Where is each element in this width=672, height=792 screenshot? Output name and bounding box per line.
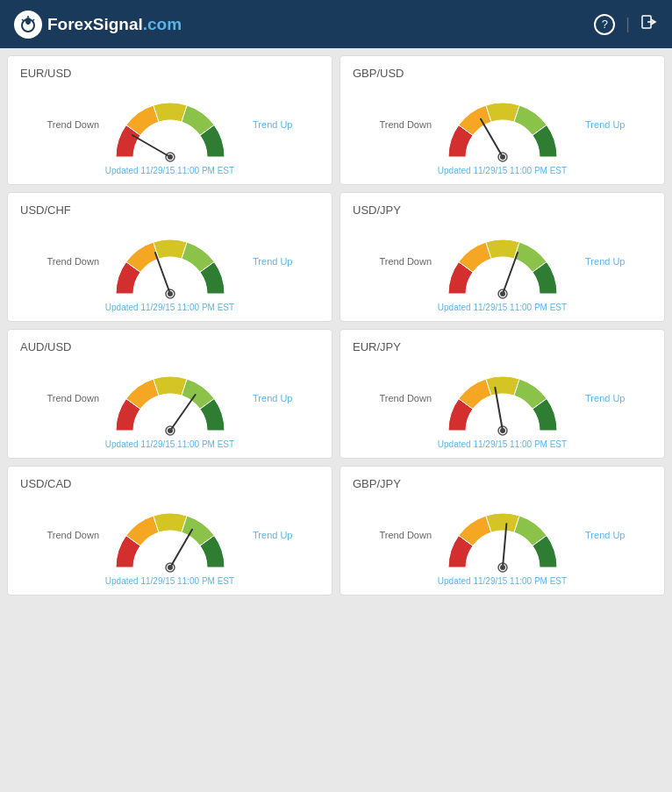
gauge-container-gbp-usd: Trend Down Trend Up [353, 85, 652, 164]
svg-point-18 [500, 291, 505, 296]
gauge-svg-usd-jpy [433, 222, 573, 301]
card-eur-jpy: EUR/JPY Trend Down Trend Up Updated 11/2… [340, 329, 665, 459]
card-title-usd-chf: USD/CHF [20, 203, 319, 217]
update-text-eur-jpy: Updated 11/29/15 11:00 PM EST [353, 439, 652, 449]
card-title-usd-jpy: USD/JPY [353, 203, 652, 217]
svg-point-27 [168, 565, 173, 570]
svg-point-21 [168, 428, 173, 433]
gauge-svg-usd-cad [100, 496, 240, 574]
trend-down-label-aud-usd: Trend Down [47, 393, 100, 403]
update-text-eur-usd: Updated 11/29/15 11:00 PM EST [20, 166, 319, 175]
svg-point-30 [500, 565, 505, 570]
gauge-container-usd-chf: Trend Down Trend Up [20, 222, 319, 301]
header-divider: | [626, 15, 630, 33]
svg-line-3 [32, 19, 34, 21]
trend-down-label-usd-cad: Trend Down [47, 530, 100, 540]
svg-line-26 [170, 530, 192, 567]
trend-up-label-eur-jpy: Trend Up [573, 393, 626, 403]
trend-up-label-usd-chf: Trend Up [240, 256, 293, 267]
svg-point-24 [500, 428, 505, 433]
svg-point-9 [168, 154, 173, 160]
trend-down-label-gbp-jpy: Trend Down [380, 530, 433, 540]
gauge-svg-aud-usd [100, 359, 240, 438]
card-usd-jpy: USD/JPY Trend Down Trend Up Updated 11/2… [340, 192, 665, 322]
svg-line-11 [481, 119, 503, 157]
gauge-svg-eur-usd [100, 85, 240, 164]
gauge-container-aud-usd: Trend Down Trend Up [20, 359, 319, 438]
trend-up-label-aud-usd: Trend Up [240, 393, 293, 403]
card-aud-usd: AUD/USD Trend Down Trend Up Updated 11/2… [7, 329, 332, 459]
gauge-container-usd-jpy: Trend Down Trend Up [353, 222, 652, 301]
logo: ForexSignal.com [14, 11, 182, 39]
gauge-svg-eur-jpy [433, 359, 573, 438]
card-title-gbp-jpy: GBP/JPY [353, 477, 652, 490]
svg-point-12 [500, 154, 505, 160]
card-eur-usd: EUR/USD Trend Down Trend Up Updated 11/2… [7, 55, 332, 185]
svg-line-20 [170, 395, 196, 431]
logout-icon[interactable] [640, 13, 658, 35]
gauge-container-usd-cad: Trend Down Trend Up [20, 496, 319, 574]
trend-down-label-eur-jpy: Trend Down [380, 393, 433, 403]
logo-text: ForexSignal.com [47, 15, 182, 34]
update-text-usd-chf: Updated 11/29/15 11:00 PM EST [20, 303, 319, 312]
header-left: ForexSignal.com [14, 11, 196, 39]
logo-icon [14, 11, 42, 39]
trend-up-label-gbp-jpy: Trend Up [573, 530, 626, 540]
svg-line-14 [154, 253, 169, 294]
gauge-container-gbp-jpy: Trend Down Trend Up [353, 496, 652, 574]
card-gbp-jpy: GBP/JPY Trend Down Trend Up Updated 11/2… [340, 466, 665, 596]
card-title-aud-usd: AUD/USD [20, 340, 319, 353]
svg-line-2 [22, 19, 24, 21]
trend-down-label-usd-jpy: Trend Down [380, 256, 433, 267]
gauge-svg-usd-chf [100, 222, 240, 301]
trend-up-label-usd-jpy: Trend Up [573, 256, 626, 267]
card-title-eur-usd: EUR/USD [20, 67, 319, 80]
trend-up-label-usd-cad: Trend Up [240, 530, 293, 540]
card-usd-chf: USD/CHF Trend Down Trend Up Updated 11/2… [7, 192, 332, 322]
trend-down-label-eur-usd: Trend Down [47, 119, 100, 130]
svg-point-15 [168, 291, 173, 296]
update-text-usd-cad: Updated 11/29/15 11:00 PM EST [20, 576, 319, 586]
trend-down-label-usd-chf: Trend Down [47, 256, 100, 267]
card-title-eur-jpy: EUR/JPY [353, 340, 652, 353]
gauge-container-eur-jpy: Trend Down Trend Up [353, 359, 652, 438]
trend-up-label-eur-usd: Trend Up [240, 119, 293, 130]
main-grid: EUR/USD Trend Down Trend Up Updated 11/2… [0, 48, 672, 603]
card-title-gbp-usd: GBP/USD [353, 67, 652, 80]
trend-up-label-gbp-usd: Trend Up [573, 119, 626, 130]
svg-line-8 [132, 135, 169, 157]
card-usd-cad: USD/CAD Trend Down Trend Up Updated 11/2… [7, 466, 332, 596]
svg-line-17 [503, 253, 518, 294]
update-text-aud-usd: Updated 11/29/15 11:00 PM EST [20, 439, 319, 449]
trend-down-label-gbp-usd: Trend Down [380, 119, 433, 130]
card-gbp-usd: GBP/USD Trend Down Trend Up Updated 11/2… [340, 55, 665, 185]
update-text-gbp-usd: Updated 11/29/15 11:00 PM EST [353, 166, 652, 175]
help-icon[interactable]: ? [594, 14, 615, 35]
header-right: ? | [594, 13, 658, 35]
card-title-usd-cad: USD/CAD [20, 477, 319, 490]
gauge-svg-gbp-jpy [433, 496, 573, 574]
gauge-svg-gbp-usd [433, 85, 573, 164]
header: ForexSignal.com ? | [0, 0, 672, 48]
update-text-gbp-jpy: Updated 11/29/15 11:00 PM EST [353, 576, 652, 586]
gauge-container-eur-usd: Trend Down Trend Up [20, 85, 319, 164]
svg-point-1 [25, 18, 31, 25]
update-text-usd-jpy: Updated 11/29/15 11:00 PM EST [353, 303, 652, 312]
